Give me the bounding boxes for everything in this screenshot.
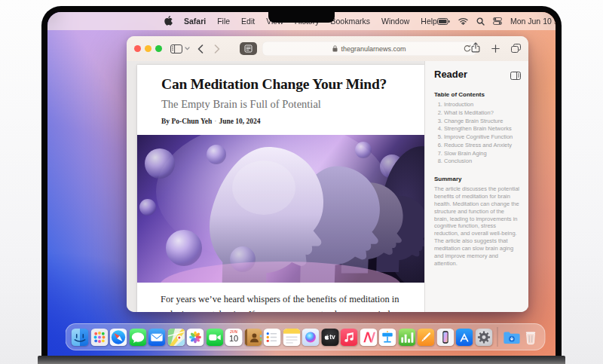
- apple-logo-icon: [324, 335, 329, 340]
- control-center-icon[interactable]: [493, 17, 502, 25]
- dock-icon-contacts[interactable]: [244, 329, 262, 346]
- toc-item-strengthen-brain-networks[interactable]: Strengthen Brain Networks: [444, 125, 519, 133]
- minimize-window-button[interactable]: [145, 45, 152, 52]
- dock-icon-reminders[interactable]: [264, 329, 281, 346]
- menu-item-edit[interactable]: Edit: [241, 17, 255, 26]
- dock-icon-system-settings[interactable]: [475, 329, 492, 346]
- dock-separator: [497, 327, 498, 347]
- safari-toolbar: thegranularnews.com: [127, 36, 528, 62]
- sidebar-toggle-button[interactable]: [170, 36, 190, 61]
- dock-icon-music[interactable]: [341, 329, 358, 346]
- chevron-down-icon: [185, 47, 190, 50]
- article-byline: By Po-Chun Yeh·June 10, 2024: [161, 118, 400, 125]
- apple-logo-icon: [164, 16, 173, 26]
- article-page: Can Meditation Change Your Mind? The Emp…: [137, 65, 424, 312]
- wifi-icon[interactable]: [458, 17, 468, 25]
- back-icon: [197, 44, 204, 54]
- reader-panel-toggle-button[interactable]: [510, 69, 521, 83]
- reload-icon: [464, 44, 471, 53]
- safari-window: thegranularnews.com Can Meditation Chang…: [127, 36, 528, 312]
- dock-icon-safari[interactable]: [110, 329, 127, 346]
- menu-item-help[interactable]: Help: [421, 17, 437, 26]
- dock-icon-facetime[interactable]: [206, 329, 223, 346]
- toc-item-slow-brain-aging[interactable]: Slow Brain Aging: [444, 150, 519, 158]
- menu-item-file[interactable]: File: [217, 17, 230, 26]
- menu-item-bookmarks[interactable]: Bookmarks: [330, 17, 370, 26]
- new-tab-button[interactable]: [491, 42, 500, 56]
- share-icon: [471, 42, 480, 53]
- dock-icon-pages[interactable]: [418, 329, 435, 346]
- reader-panel-title: Reader: [434, 69, 519, 80]
- reader-icon: [244, 44, 253, 53]
- article-subtitle: The Empty Brain is Full of Potential: [161, 98, 400, 111]
- url-text: thegranularnews.com: [341, 45, 406, 53]
- dock-icon-siri[interactable]: [302, 329, 320, 346]
- plus-icon: [491, 44, 500, 53]
- dock-icon-trash[interactable]: [522, 329, 540, 346]
- browser-content: Can Meditation Change Your Mind? The Emp…: [127, 61, 528, 312]
- dock-icon-launchpad[interactable]: [90, 329, 108, 346]
- back-button[interactable]: [197, 36, 204, 61]
- dock-icon-calendar[interactable]: JUN 10: [225, 329, 243, 346]
- table-of-contents: Introduction What is Meditation? Change …: [434, 101, 519, 166]
- close-window-button[interactable]: [134, 45, 141, 52]
- dock-icon-numbers[interactable]: [398, 329, 415, 346]
- reload-button[interactable]: [464, 44, 471, 54]
- dock-icon-downloads[interactable]: [503, 329, 520, 346]
- dock-icon-tv[interactable]: tv: [321, 329, 338, 346]
- forward-icon: [214, 44, 220, 54]
- summary-title: Summary: [434, 176, 519, 182]
- article-author: By Po-Chun Yeh: [161, 118, 212, 125]
- toc-item-improve-cognitive-function[interactable]: Improve Cognitive Function: [444, 133, 519, 142]
- toc-item-conclusion[interactable]: Conclusion: [444, 158, 519, 166]
- desktop-wallpaper: Safari File Edit View History Bookmarks …: [47, 12, 556, 356]
- apple-menu[interactable]: [164, 16, 173, 27]
- article-date: June 10, 2024: [219, 118, 260, 125]
- menu-item-window[interactable]: Window: [381, 17, 409, 26]
- tab-overview-button[interactable]: [511, 42, 521, 56]
- search-icon[interactable]: [476, 17, 485, 26]
- dock: JUN 10 tv: [66, 323, 546, 350]
- macbook-base: [38, 356, 565, 364]
- lock-icon: [332, 45, 338, 52]
- dock-icon-finder[interactable]: [72, 329, 89, 346]
- display-notch: [268, 12, 335, 23]
- zoom-window-button[interactable]: [155, 45, 162, 52]
- dock-icon-photos[interactable]: [187, 329, 204, 346]
- toc-item-reduce-stress-and-anxiety[interactable]: Reduce Stress and Anxiety: [444, 142, 519, 150]
- tv-label: tv: [329, 334, 335, 341]
- calendar-day-label: 10: [229, 335, 238, 343]
- dock-icon-news[interactable]: [360, 329, 377, 346]
- dock-icon-app-store[interactable]: [456, 329, 473, 346]
- summary-text: The article discusses the potential bene…: [434, 185, 519, 268]
- article-hero-image: [137, 135, 424, 283]
- dock-icon-maps[interactable]: [167, 329, 185, 346]
- menu-item-safari[interactable]: Safari: [184, 17, 206, 26]
- share-button[interactable]: [471, 42, 480, 56]
- dock-icon-iphone-mirroring[interactable]: [436, 329, 454, 346]
- address-bar[interactable]: thegranularnews.com: [262, 41, 476, 56]
- dock-icon-keynote[interactable]: [379, 329, 396, 346]
- macbook-display: Safari File Edit View History Bookmarks …: [41, 6, 562, 364]
- toc-title: Table of Contents: [434, 91, 519, 98]
- dock-icon-messages[interactable]: [129, 329, 146, 346]
- forward-button[interactable]: [214, 36, 220, 61]
- sidebar-icon: [170, 44, 182, 54]
- article-title: Can Meditation Change Your Mind?: [161, 76, 400, 93]
- toc-item-introduction[interactable]: Introduction: [444, 101, 519, 109]
- toc-item-what-is-meditation[interactable]: What is Meditation?: [444, 109, 519, 118]
- reader-panel-icon: [510, 72, 521, 80]
- reader-panel: Reader Table of Contents Introduction Wh…: [424, 61, 528, 312]
- dock-icon-notes[interactable]: [283, 329, 300, 346]
- reader-button-active[interactable]: [240, 42, 257, 55]
- battery-icon[interactable]: [437, 18, 450, 25]
- dock-icon-mail[interactable]: [148, 329, 166, 346]
- article-body: For years we’ve heard whispers of the be…: [161, 292, 402, 312]
- toc-item-change-brain-structure[interactable]: Change Brain Structure: [444, 118, 519, 126]
- menu-clock[interactable]: Mon Jun 10 9:41 AM: [510, 17, 556, 26]
- tab-overview-icon: [511, 44, 521, 53]
